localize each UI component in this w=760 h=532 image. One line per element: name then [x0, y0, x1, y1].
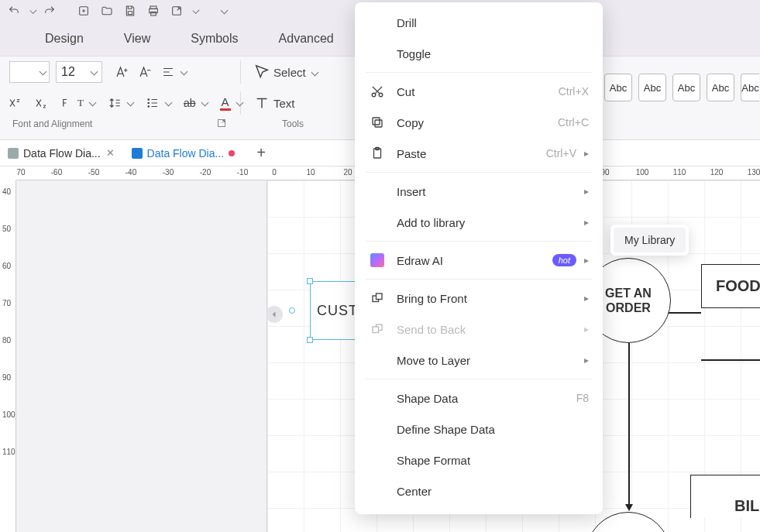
style-chip[interactable]: Abc — [604, 74, 632, 101]
bring-front-icon — [369, 290, 386, 307]
style-chip[interactable]: Abc — [707, 74, 734, 101]
svg-rect-14 — [375, 120, 382, 127]
menu-advanced[interactable]: Advanced — [259, 32, 354, 46]
ctx-move-to-layer[interactable]: Move to Layer▸ — [355, 345, 603, 376]
style-chip[interactable]: Abc — [741, 74, 759, 101]
svg-point-12 — [372, 93, 376, 97]
font-size-value: 12 — [61, 65, 75, 79]
menu-view[interactable]: View — [104, 32, 170, 46]
group-tools-label: Tools — [232, 118, 349, 129]
svg-rect-15 — [373, 118, 380, 125]
ctx-drill[interactable]: Drill — [355, 7, 603, 38]
connection-point[interactable] — [289, 307, 295, 314]
connector[interactable] — [701, 359, 760, 361]
svg-point-8 — [148, 102, 150, 104]
ctx-toggle[interactable]: Toggle — [355, 38, 603, 69]
open-button[interactable] — [98, 2, 116, 20]
ctx-copy[interactable]: CopyCtrl+C — [355, 107, 603, 138]
save-button[interactable] — [121, 2, 139, 20]
print-button[interactable] — [144, 2, 163, 20]
ctx-edraw-ai[interactable]: Edraw AI hot ▸ — [355, 245, 603, 276]
tab-document-1[interactable]: Data Flow Dia... ✕ — [0, 140, 124, 166]
ctx-paste[interactable]: PasteCtrl+V▸ — [355, 138, 603, 169]
svg-point-13 — [379, 93, 383, 97]
export-button[interactable] — [167, 2, 186, 20]
new-button[interactable] — [74, 2, 93, 20]
edraw-ai-icon — [369, 252, 386, 269]
align-horizontal-button[interactable] — [156, 60, 191, 84]
resize-handle[interactable] — [307, 278, 313, 284]
svg-rect-21 — [373, 327, 379, 333]
tab-label: Data Flow Dia... — [23, 147, 101, 160]
ctx-bring-to-front[interactable]: Bring to Front▸ — [355, 283, 603, 314]
select-tool-label: Select — [273, 66, 306, 79]
shape-bill[interactable]: BIL — [690, 475, 760, 518]
ctx-add-to-library[interactable]: Add to library▸ — [355, 207, 603, 238]
svg-rect-4 — [151, 12, 156, 15]
connector[interactable] — [669, 312, 701, 314]
export-dropdown[interactable] — [191, 2, 198, 20]
connector[interactable] — [628, 343, 630, 506]
vertical-ruler: 40 50 60 70 80 90 100 110 — [0, 180, 16, 532]
list-button[interactable] — [141, 91, 176, 115]
canvas-margin — [16, 180, 267, 532]
decrease-font-button[interactable] — [133, 60, 156, 84]
text-case-button[interactable]: T — [56, 91, 100, 115]
group-font-label: Font and Alignment — [12, 118, 92, 129]
resize-handle[interactable] — [307, 337, 313, 343]
undo-dropdown[interactable] — [28, 2, 36, 20]
menu-design[interactable]: Design — [25, 32, 104, 46]
strikethrough-button[interactable]: ab — [179, 91, 212, 115]
font-color-button[interactable]: A — [215, 91, 247, 115]
superscript-button[interactable] — [3, 91, 26, 115]
context-menu: Drill Toggle CutCtrl+X CopyCtrl+C PasteC… — [355, 2, 603, 514]
text-tool[interactable]: Text — [249, 91, 300, 115]
line-spacing-button[interactable] — [103, 91, 138, 115]
tab-document-2[interactable]: Data Flow Dia... — [124, 140, 243, 166]
tab-label: Data Flow Dia... — [147, 147, 225, 160]
paste-icon — [369, 145, 386, 162]
send-back-icon — [369, 321, 386, 338]
ctx-center[interactable]: Center — [355, 475, 603, 506]
ctx-define-shape-data[interactable]: Define Shape Data — [355, 414, 603, 444]
submenu-add-to-library: My Library — [610, 225, 689, 256]
svg-point-7 — [148, 99, 150, 101]
subscript-button[interactable] — [29, 91, 53, 115]
svg-point-9 — [148, 106, 150, 108]
font-size-select[interactable]: 12 — [56, 61, 102, 83]
copy-icon — [369, 114, 386, 131]
ctx-insert[interactable]: Insert▸ — [355, 176, 603, 207]
font-family-select[interactable] — [9, 61, 50, 83]
hot-badge: hot — [552, 254, 576, 266]
ctx-send-to-back: Send to Back▸ — [355, 314, 603, 345]
document-icon — [8, 148, 19, 159]
close-tab-icon[interactable]: ✕ — [105, 148, 116, 159]
style-chip[interactable]: Abc — [638, 74, 666, 101]
font-group-expand-icon[interactable] — [217, 118, 226, 130]
increase-font-button[interactable] — [110, 60, 133, 84]
redo-button[interactable] — [40, 2, 59, 20]
shape-label: BIL — [734, 497, 759, 514]
nav-left-icon[interactable] — [266, 306, 283, 323]
add-tab-button[interactable]: + — [250, 144, 272, 162]
unsaved-indicator-icon — [229, 150, 235, 156]
svg-rect-19 — [377, 293, 383, 300]
ctx-shape-data[interactable]: Shape DataF8 — [355, 383, 603, 414]
shape-prepare[interactable] — [586, 512, 671, 532]
style-chip[interactable]: Abc — [672, 74, 700, 101]
menu-symbols[interactable]: Symbols — [170, 32, 258, 46]
text-tool-label: Text — [273, 97, 295, 110]
cut-icon — [369, 83, 386, 100]
svg-rect-1 — [128, 12, 132, 15]
customize-qat[interactable] — [217, 2, 228, 20]
ctx-shape-format[interactable]: Shape Format — [355, 444, 603, 475]
shape-food[interactable]: FOOD — [701, 264, 760, 308]
shape-label: CUST — [317, 303, 358, 319]
shape-styles-row: Abc Abc Abc Abc Abc — [597, 74, 759, 101]
arrowhead-icon — [625, 504, 633, 511]
select-tool[interactable]: Select — [249, 60, 322, 84]
ctx-cut[interactable]: CutCtrl+X — [355, 76, 603, 107]
document-icon — [132, 148, 143, 159]
undo-button[interactable] — [5, 2, 23, 20]
submenu-my-library[interactable]: My Library — [614, 228, 686, 252]
